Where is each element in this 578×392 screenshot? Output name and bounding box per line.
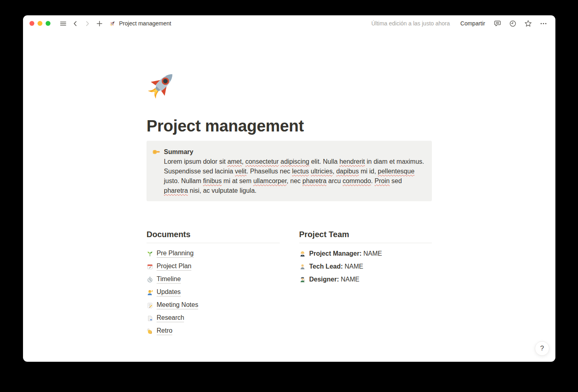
comments-icon[interactable] (492, 18, 503, 29)
back-icon[interactable] (70, 18, 80, 29)
document-link[interactable]: Research (157, 314, 184, 322)
team-member-text: Tech Lead: NAME (309, 263, 363, 270)
project-team-list: Project Manager: NAMETech Lead: NAMEDesi… (299, 247, 432, 286)
zoom-window-button[interactable] (46, 21, 50, 26)
pointing-right-icon (152, 148, 161, 156)
man-artist-icon (299, 276, 306, 283)
minimize-window-button[interactable] (38, 21, 42, 26)
seedling-icon (147, 250, 153, 257)
summary-title: Summary (164, 147, 425, 157)
document-link-item[interactable]: Meeting Notes (147, 299, 280, 312)
team-member-text: Project Manager: NAME (309, 250, 382, 257)
document-link[interactable]: Meeting Notes (157, 301, 198, 309)
document-link-item[interactable]: Pre Planning (147, 247, 280, 260)
team-member-text: Designer: NAME (309, 276, 359, 283)
document-link-item[interactable]: Retro (147, 325, 280, 338)
project-team-column: Project Team Project Manager: NAMETech L… (299, 229, 432, 338)
favorite-star-icon[interactable] (522, 18, 534, 29)
documents-list: Pre PlanningProject PlanTimelineUpdatesM… (147, 247, 280, 338)
clapping-hands-icon (147, 328, 153, 335)
team-member-item: Designer: NAME (299, 273, 432, 286)
page-title[interactable]: Project management (147, 116, 432, 136)
document-link[interactable]: Updates (157, 288, 181, 296)
team-member-item: Project Manager: NAME (299, 247, 432, 260)
desktop: { "titlebar": { "title": "Project manage… (0, 0, 578, 392)
raising-hand-icon (147, 289, 153, 296)
more-options-icon[interactable] (538, 18, 549, 29)
team-member-item: Tech Lead: NAME (299, 260, 432, 273)
document-link[interactable]: Timeline (157, 275, 181, 284)
current-page-tab: Project management (109, 20, 171, 27)
document-link-item[interactable]: Research (147, 312, 280, 325)
page-content-area[interactable]: Project management Summary Lorem ipsum d… (23, 31, 555, 362)
current-page-title: Project management (119, 20, 171, 27)
bookmark-tabs-icon (147, 315, 153, 322)
woman-office-worker-icon (299, 250, 306, 257)
window-controls (29, 21, 50, 26)
document-link[interactable]: Retro (157, 327, 172, 335)
documents-column: Documents Pre PlanningProject PlanTimeli… (147, 229, 280, 338)
document-link[interactable]: Pre Planning (157, 250, 194, 258)
memo-icon (147, 302, 153, 309)
stopwatch-icon (147, 276, 153, 283)
summary-callout[interactable]: Summary Lorem ipsum dolor sit amet, cons… (147, 141, 432, 201)
team-member-role: Project Manager: (309, 250, 362, 257)
forward-icon[interactable] (82, 18, 92, 29)
titlebar: Project management Última edición a las … (23, 15, 555, 31)
project-team-heading: Project Team (299, 229, 432, 243)
history-icon[interactable] (507, 18, 518, 29)
team-member-role: Designer: (309, 276, 339, 283)
share-button[interactable]: Compartir (458, 19, 488, 28)
document-link-item[interactable]: Timeline (147, 273, 280, 286)
notion-window: Project management Última edición a las … (23, 15, 555, 362)
new-tab-icon[interactable] (94, 18, 105, 29)
close-window-button[interactable] (29, 21, 34, 26)
document-link-item[interactable]: Updates (147, 286, 280, 299)
calendar-icon (147, 263, 153, 270)
documents-heading: Documents (147, 229, 280, 243)
team-member-role: Tech Lead: (309, 263, 343, 270)
summary-body: Lorem ipsum dolor sit amet, consectetur … (164, 157, 425, 196)
last-edited-status: Última edición a las justo ahora (371, 20, 450, 27)
rocket-icon (109, 20, 116, 27)
document-link-item[interactable]: Project Plan (147, 260, 280, 273)
help-button[interactable]: ? (535, 341, 549, 356)
page-icon-rocket[interactable] (147, 69, 178, 100)
document-link[interactable]: Project Plan (157, 263, 191, 271)
man-technologist-icon (299, 263, 306, 270)
sidebar-menu-icon[interactable] (58, 18, 68, 29)
